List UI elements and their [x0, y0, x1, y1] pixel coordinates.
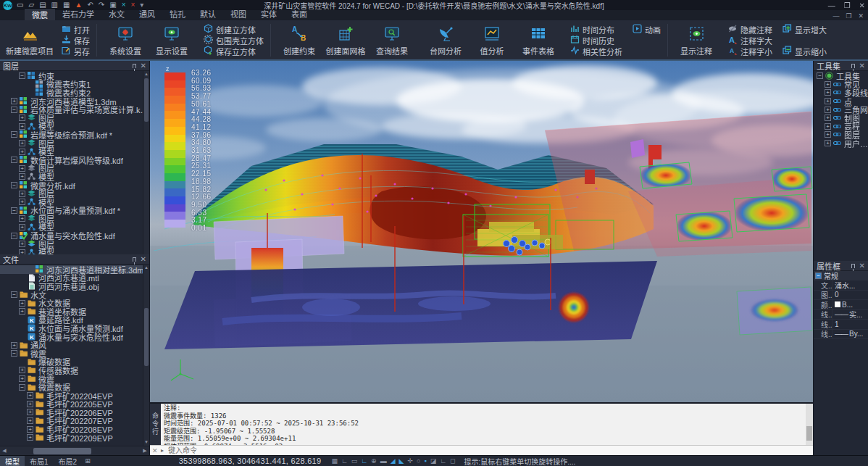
tree-expander-icon[interactable]: +: [19, 375, 25, 382]
tree-expander-icon[interactable]: +: [19, 215, 25, 222]
tree-expander-icon[interactable]: +: [27, 434, 33, 441]
tree-expander-icon[interactable]: +: [11, 342, 17, 349]
polar-tracking-toggle-icon[interactable]: ⊕: [371, 456, 377, 466]
tree-expander-icon[interactable]: −: [11, 207, 17, 214]
ribbon-button-相关性分析[interactable]: 相关性分析: [570, 46, 622, 57]
tree-expander-icon[interactable]: −: [11, 291, 17, 298]
tree-expander-icon[interactable]: −: [11, 233, 17, 239]
command-close-icon[interactable]: ✕: [152, 447, 161, 454]
tree-expander-icon[interactable]: +: [19, 191, 25, 197]
files-hscrollbar[interactable]: ◀ ▶: [0, 446, 149, 455]
selection-cycling-toggle-icon[interactable]: ▪: [424, 456, 426, 466]
console-scrollbar[interactable]: [806, 404, 813, 445]
tree-expander-icon[interactable]: −: [817, 72, 823, 79]
tree-expander-icon[interactable]: +: [27, 426, 33, 433]
annotation-toggle-icon[interactable]: ◪: [430, 456, 437, 466]
toolset-pin-icon[interactable]: [851, 64, 855, 68]
ribbon-button-新建微震项目[interactable]: 新建微震项目: [7, 22, 53, 59]
tree-expander-icon[interactable]: +: [27, 417, 33, 424]
ribbon-button-时间分布[interactable]: 时间分布: [570, 24, 622, 35]
file-tree-item[interactable]: +传感器数据: [0, 366, 149, 375]
ribbon-button-显示缩小[interactable]: 显示缩小: [783, 46, 827, 57]
tree-expander-icon[interactable]: +: [27, 401, 33, 407]
qat-dropdown-icon[interactable]: ▾: [140, 0, 143, 10]
ribbon-button-查询结果[interactable]: 查询结果: [369, 22, 415, 59]
restore-button[interactable]: ❐: [844, 1, 851, 9]
menu-tab-默认[interactable]: 默认: [193, 9, 223, 20]
doc-restore-button[interactable]: ❐: [846, 12, 851, 20]
layer-tree-item[interactable]: −水位面与涌水量预测.kdf *: [0, 207, 149, 215]
ribbon-button-显示注释[interactable]: 显示注释: [673, 22, 719, 59]
layer-tree-item[interactable]: −涌水量与突水危险性.kdf: [0, 231, 149, 240]
save-icon[interactable]: ▤: [39, 0, 46, 10]
ribbon-button-创建约束[interactable]: AB创建约束: [276, 22, 322, 59]
property-row[interactable]: 线...——By...: [814, 330, 868, 340]
ribbon-button-隐藏注释[interactable]: 隐藏注释: [728, 24, 772, 35]
snap-tracking-toggle-icon[interactable]: ◣: [399, 456, 404, 466]
tree-expander-icon[interactable]: +: [19, 241, 25, 247]
ribbon-button-动画[interactable]: 动画: [633, 24, 661, 35]
tree-expander-icon[interactable]: −: [11, 350, 17, 357]
ribbon-button-值分析[interactable]: 值分析: [469, 22, 515, 59]
redo-icon[interactable]: ↷: [99, 0, 104, 10]
layer-tree-item[interactable]: −岩体质量评估与采场宽度计算.kdf *: [0, 105, 149, 114]
toolset-tree-item[interactable]: +用户扩展: [814, 139, 868, 148]
tree-expander-icon[interactable]: +: [19, 300, 25, 307]
doc-close-button[interactable]: ✕: [858, 12, 864, 20]
tree-expander-icon[interactable]: +: [19, 165, 25, 172]
tree-expander-icon[interactable]: +: [19, 249, 25, 254]
menu-tab-实体[interactable]: 实体: [254, 9, 284, 20]
save-as-icon[interactable]: ▥: [51, 0, 58, 10]
3d-object-snap-toggle-icon[interactable]: ◢: [391, 456, 396, 466]
layer-tree-item[interactable]: +模型: [0, 248, 149, 254]
viewport-box-icon[interactable]: ▣: [109, 0, 116, 10]
tree-expander-icon[interactable]: +: [825, 123, 831, 130]
tree-expander-icon[interactable]: +: [825, 131, 831, 138]
model-space-toggle-icon[interactable]: ▦: [331, 456, 338, 466]
doc-minimize-button[interactable]: —: [832, 12, 839, 20]
tree-expander-icon[interactable]: −: [11, 157, 17, 163]
files-scrollbar[interactable]: ▲ ▼: [143, 265, 149, 446]
view-tab-布局1[interactable]: 布局1: [25, 456, 54, 466]
open-file-icon[interactable]: ▱: [28, 0, 34, 10]
tree-expander-icon[interactable]: +: [19, 224, 25, 230]
tree-expander-icon[interactable]: −: [11, 107, 17, 113]
close-doc-icon[interactable]: ×: [131, 0, 135, 10]
ribbon-button-台网分析[interactable]: 台网分析: [422, 22, 469, 59]
tree-expander-icon[interactable]: +: [27, 392, 33, 399]
ribbon-button-创建面网格[interactable]: 创建面网格: [322, 22, 369, 59]
minimize-button[interactable]: —: [828, 1, 835, 9]
toolset-tree-item[interactable]: +多段线: [814, 88, 868, 97]
new-layout-icon[interactable]: ⊞: [82, 457, 93, 465]
grid-display-toggle-icon[interactable]: ▭: [351, 456, 358, 466]
properties-pin-icon[interactable]: [851, 264, 855, 268]
ribbon-button-事件表格[interactable]: 事件表格: [515, 22, 562, 59]
ribbon-button-显示增大[interactable]: 显示增大: [783, 24, 827, 35]
tree-expander-icon[interactable]: −: [11, 182, 17, 188]
files-pin-icon[interactable]: [133, 257, 136, 262]
tree-expander-icon[interactable]: +: [825, 140, 831, 146]
toolset-close-icon[interactable]: ✕: [859, 62, 865, 70]
ribbon-button-保存立方体[interactable]: 保存立方体: [204, 46, 264, 57]
ribbon-button-保存[interactable]: 保存: [62, 35, 90, 46]
menu-tab-表面[interactable]: 表面: [284, 9, 314, 20]
tree-expander-icon[interactable]: −: [19, 72, 25, 79]
file-tree-item[interactable]: +毛坪矿202209EVP: [0, 433, 149, 442]
layers-close-icon[interactable]: ✕: [141, 62, 146, 70]
tree-expander-icon[interactable]: +: [19, 173, 25, 180]
tree-expander-icon[interactable]: +: [19, 149, 25, 155]
properties-close-icon[interactable]: ✕: [859, 262, 865, 270]
files-close-icon[interactable]: ✕: [141, 256, 146, 263]
brand-a-icon[interactable]: ▲: [75, 0, 83, 10]
tree-expander-icon[interactable]: +: [11, 98, 17, 104]
view-tab-模型[interactable]: 模型: [0, 456, 25, 466]
tree-expander-icon[interactable]: +: [825, 81, 831, 88]
isometric-toggle-icon[interactable]: ∟: [440, 456, 446, 466]
tree-expander-icon[interactable]: +: [825, 107, 831, 113]
viewport-3d-scene[interactable]: z 63.2660.0956.9353.7750.6147.4444.2841.…: [150, 61, 813, 402]
group-collapse-icon[interactable]: −: [815, 272, 822, 279]
app-logo-icon[interactable]: Kw: [3, 1, 12, 10]
menu-tab-微震[interactable]: 微震: [25, 9, 55, 20]
command-input[interactable]: [168, 446, 811, 455]
tree-expander-icon[interactable]: +: [19, 140, 25, 146]
